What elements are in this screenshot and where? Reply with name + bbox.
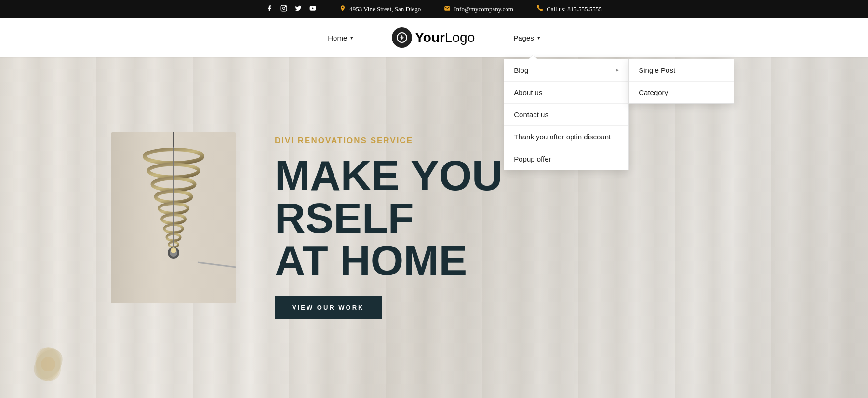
pages-label: Pages: [513, 34, 534, 42]
top-bar: 4953 Vine Street, San Diego Info@mycompa…: [0, 0, 868, 18]
social-icons: [266, 5, 316, 14]
home-label: Home: [328, 34, 347, 42]
blog-item[interactable]: Blog ▸: [504, 59, 628, 82]
email-text: Info@mycompany.com: [454, 5, 513, 13]
pages-chevron-icon: ▾: [537, 35, 540, 41]
single-post-item[interactable]: Single Post: [629, 59, 734, 82]
twitter-icon[interactable]: [295, 5, 302, 14]
svg-rect-0: [281, 5, 287, 11]
svg-point-26: [41, 357, 55, 371]
logo-icon: [392, 27, 412, 48]
hero-title: MAKE YOU RSELF AT HOME: [275, 154, 820, 282]
hero-section: Divi Renovations Service MAKE YOU RSELF …: [0, 57, 868, 398]
phone-icon: [536, 5, 543, 14]
thank-you-item[interactable]: Thank you after optin discount: [504, 126, 628, 148]
hero-title-line2: RSELF: [275, 197, 820, 239]
svg-point-2: [285, 6, 286, 7]
category-item[interactable]: Category: [629, 82, 734, 103]
email-item: Info@mycompany.com: [444, 5, 513, 14]
address-item: 4953 Vine Street, San Diego: [339, 5, 421, 14]
view-our-work-button[interactable]: VIEW OUR WORK: [275, 296, 382, 319]
email-icon: [444, 5, 451, 14]
bottom-flower-decoration: [10, 330, 87, 398]
pages-nav-button[interactable]: Pages ▾: [513, 34, 540, 42]
header: Home ▾ YourLogo Pages ▾ Blog ▸: [0, 18, 868, 57]
logo: YourLogo: [392, 27, 475, 48]
hero-content: Divi Renovations Service MAKE YOU RSELF …: [0, 136, 868, 319]
svg-point-1: [283, 7, 285, 10]
blog-subdropdown: Single Post Category: [628, 59, 734, 104]
phone-item: Call us: 815.555.5555: [536, 5, 602, 14]
popup-offer-item[interactable]: Popup offer: [504, 148, 628, 170]
address-text: 4953 Vine Street, San Diego: [349, 5, 421, 13]
pages-dropdown: Blog ▸ Single Post Category About us Con…: [504, 59, 629, 170]
hero-title-line3: AT HOME: [275, 239, 820, 282]
phone-text: Call us: 815.555.5555: [547, 5, 602, 13]
chandelier-image: [111, 132, 236, 303]
about-us-item[interactable]: About us: [504, 82, 628, 104]
pages-nav: Pages ▾ Blog ▸ Single Post Category Abou…: [513, 34, 540, 42]
home-nav[interactable]: Home ▾: [328, 34, 353, 42]
home-chevron-icon: ▾: [350, 35, 353, 41]
logo-suffix: Logo: [445, 30, 475, 45]
svg-point-21: [171, 247, 176, 253]
blog-label: Blog: [514, 66, 528, 74]
logo-brand: Your: [415, 30, 445, 45]
instagram-icon[interactable]: [280, 5, 287, 14]
blog-dropdown-item: Blog ▸ Single Post Category: [504, 59, 628, 82]
facebook-icon[interactable]: [266, 5, 273, 14]
location-icon: [339, 5, 346, 14]
contact-us-item[interactable]: Contact us: [504, 104, 628, 126]
youtube-icon[interactable]: [309, 5, 316, 14]
blog-chevron-icon: ▸: [616, 67, 619, 73]
